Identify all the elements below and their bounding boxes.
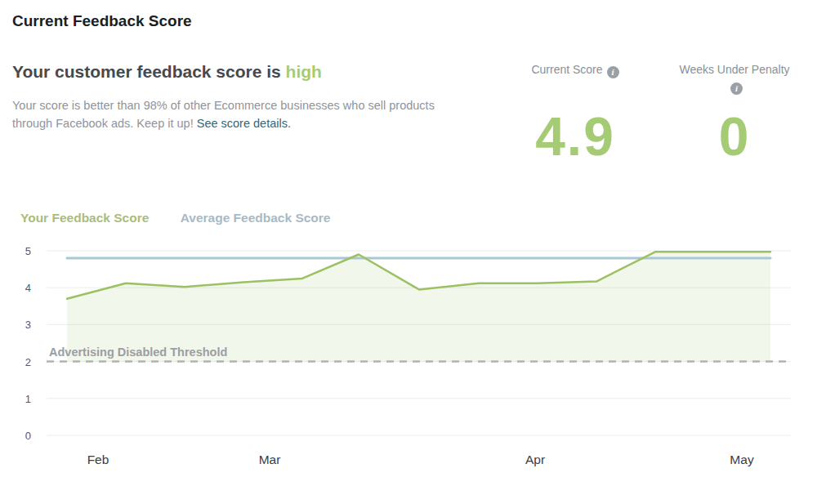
feedback-score-panel: Current Feedback Score Your customer fee…: [0, 0, 817, 504]
see-score-details-link[interactable]: See score details.: [197, 117, 291, 130]
current-score-value: 4.9: [509, 109, 641, 163]
y-tick-label: 1: [25, 393, 31, 405]
y-tick-label: 4: [25, 282, 31, 294]
legend-item-average-feedback-score[interactable]: Average Feedback Score: [181, 211, 331, 225]
feedback-score-chart: 543210Advertising Disabled ThresholdFebM…: [0, 235, 817, 490]
score-status-text: high: [286, 62, 322, 81]
page-title: Current Feedback Score: [12, 12, 192, 30]
threshold-label: Advertising Disabled Threshold: [49, 346, 227, 359]
stat-weeks-under-penalty: Weeks Under Penalty i 0: [667, 63, 802, 95]
legend-item-your-feedback-score[interactable]: Your Feedback Score: [20, 211, 149, 225]
stat-weeks-info-row: i: [667, 79, 802, 95]
stat-weeks-under-penalty-label: Weeks Under Penalty i: [667, 63, 802, 95]
summary-heading: Your customer feedback score is high: [12, 62, 322, 82]
stat-current-score-label: Current Scorei: [509, 63, 641, 78]
x-axis-label: Feb: [87, 453, 109, 466]
y-tick-label: 0: [25, 430, 31, 442]
weeks-under-penalty-value: 0: [667, 109, 802, 163]
summary-heading-text: Your customer feedback score is: [12, 62, 281, 81]
stat-current-score-label-text: Current Score: [531, 63, 602, 76]
info-icon[interactable]: i: [730, 83, 743, 95]
chart-legend: Your Feedback Score Average Feedback Sco…: [20, 211, 358, 225]
y-tick-label: 5: [25, 245, 31, 257]
info-icon[interactable]: i: [607, 66, 619, 78]
y-tick-label: 3: [25, 319, 31, 331]
stat-current-score: Current Scorei 4.9: [509, 63, 641, 78]
summary-body: Your score is better than 98% of other E…: [12, 97, 467, 132]
stat-weeks-under-penalty-label-text: Weeks Under Penalty: [679, 63, 789, 76]
x-axis-label: May: [730, 453, 754, 466]
x-axis-label: Apr: [525, 453, 545, 466]
x-axis-label: Mar: [259, 453, 281, 466]
y-tick-label: 2: [25, 356, 31, 368]
